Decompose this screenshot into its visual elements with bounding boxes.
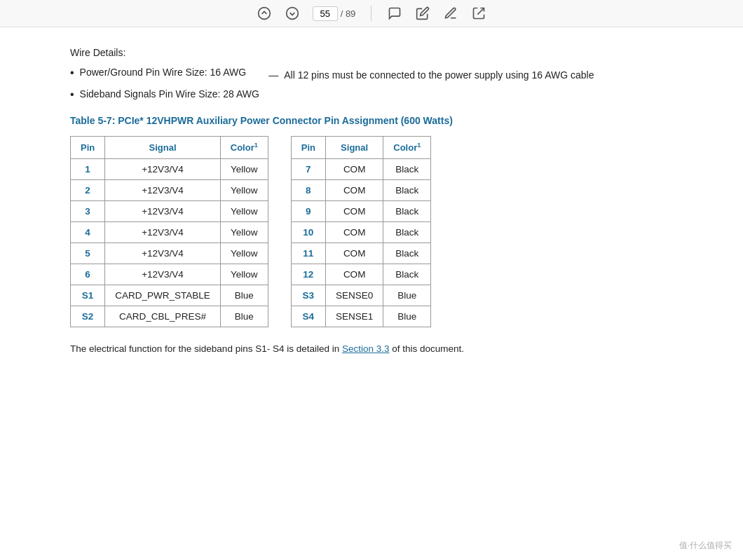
table-row: S4 SENSE1 Blue [291,306,430,327]
main-content: Wire Details: Power/Ground Pin Wire Size… [0,27,743,376]
signal-cell: COM [325,221,383,243]
section-33-link[interactable]: Section 3.3 [342,343,390,354]
bullet-list: Power/Ground Pin Wire Size: 16 AWG All 1… [70,65,687,102]
color-cell: Yellow [220,221,268,243]
table-row: 9 COM Black [291,200,430,221]
sub-item-1-text: All 12 pins must be connected to the pow… [284,68,594,83]
left-col-pin-header: Pin [71,137,105,158]
table-row: S2 CARD_CBL_PRES# Blue [71,306,268,327]
signal-cell: +12V3/V4 [105,221,221,243]
wire-details-title: Wire Details: [70,47,687,58]
signal-cell: +12V3/V4 [105,179,221,200]
color-cell: Black [383,158,431,179]
footer-text: The electrical function for the sideband… [70,341,575,357]
signal-cell: +12V3/V4 [105,200,221,221]
table-row: 10 COM Black [291,221,430,243]
signal-cell: +12V3/V4 [105,158,221,179]
table-row: 8 COM Black [291,179,430,200]
table-row: S3 SENSE0 Blue [291,285,430,306]
pin-cell: 11 [291,243,325,264]
table-row: 1 +12V3/V4 Yellow [71,158,268,179]
svg-point-0 [258,8,270,20]
toolbar: / 89 [0,0,743,27]
color-cell: Black [383,221,431,243]
signal-cell: SENSE0 [325,285,383,306]
color-cell: Blue [220,306,268,327]
signal-cell: COM [325,264,383,285]
table-title: Table 5-7: PCIe* 12VHPWR Auxiliary Power… [70,115,687,126]
left-table-header-row: Pin Signal Color1 [71,137,268,158]
bullet-item-2-text: Sideband Signals Pin Wire Size: 28 AWG [80,87,259,102]
pin-cell: S2 [71,306,105,327]
right-col-pin-header: Pin [291,137,325,158]
signal-cell: +12V3/V4 [105,264,221,285]
left-table: Pin Signal Color1 1 +12V3/V4 Yellow 2 +1… [70,136,268,327]
pin-cell: 12 [291,264,325,285]
svg-point-1 [286,8,298,20]
left-col-color-header: Color1 [220,137,268,158]
color-cell: Black [383,179,431,200]
pin-cell: 6 [71,264,105,285]
color-cell: Blue [220,285,268,306]
pin-cell: 9 [291,200,325,221]
draw-icon[interactable] [443,6,458,21]
footer-text-after: of this document. [390,343,465,354]
pin-cell: 10 [291,221,325,243]
pin-cell: 3 [71,200,105,221]
right-table-header-row: Pin Signal Color1 [291,137,430,158]
signal-cell: +12V3/V4 [105,243,221,264]
footer-text-before: The electrical function for the sideband… [70,343,342,354]
navigate-down-button[interactable] [285,6,300,21]
signal-cell: CARD_CBL_PRES# [105,306,221,327]
pin-cell: S4 [291,306,325,327]
pin-cell: 8 [291,179,325,200]
toolbar-divider [371,6,372,21]
bullet-item-1: Power/Ground Pin Wire Size: 16 AWG All 1… [70,65,687,83]
table-row: 2 +12V3/V4 Yellow [71,179,268,200]
signal-cell: CARD_PWR_STABLE [105,285,221,306]
left-col-signal-header: Signal [105,137,221,158]
signal-cell: COM [325,200,383,221]
table-row: 3 +12V3/V4 Yellow [71,200,268,221]
color-cell: Yellow [220,243,268,264]
color-cell: Yellow [220,158,268,179]
color-cell: Black [383,243,431,264]
tables-wrapper: Pin Signal Color1 1 +12V3/V4 Yellow 2 +1… [70,136,687,327]
color-cell: Black [383,264,431,285]
pin-cell: 4 [71,221,105,243]
share-icon[interactable] [471,6,486,21]
signal-cell: SENSE1 [325,306,383,327]
table-row: 7 COM Black [291,158,430,179]
navigate-up-button[interactable] [257,6,272,21]
pin-cell: 2 [71,179,105,200]
page-separator: / 89 [341,8,356,19]
bullet-item-2: Sideband Signals Pin Wire Size: 28 AWG [70,87,687,102]
right-col-color-header: Color1 [383,137,431,158]
signal-cell: COM [325,243,383,264]
page-indicator: / 89 [313,6,356,21]
color-cell: Yellow [220,179,268,200]
pin-cell: 5 [71,243,105,264]
color-cell: Black [383,200,431,221]
comment-icon[interactable] [387,6,402,21]
page-number-input[interactable] [313,6,338,21]
pin-cell: S1 [71,285,105,306]
signal-cell: COM [325,158,383,179]
right-table: Pin Signal Color1 7 COM Black 8 COM Blac… [291,136,431,327]
signal-cell: COM [325,179,383,200]
color-cell: Blue [383,306,431,327]
pin-cell: 1 [71,158,105,179]
table-row: S1 CARD_PWR_STABLE Blue [71,285,268,306]
bullet-item-1-text: Power/Ground Pin Wire Size: 16 AWG [80,65,247,80]
table-row: 5 +12V3/V4 Yellow [71,243,268,264]
edit-icon[interactable] [415,6,430,21]
color-cell: Yellow [220,264,268,285]
table-row: 4 +12V3/V4 Yellow [71,221,268,243]
table-row: 11 COM Black [291,243,430,264]
color-cell: Yellow [220,200,268,221]
table-row: 12 COM Black [291,264,430,285]
pin-cell: 7 [291,158,325,179]
color-cell: Blue [383,285,431,306]
sub-item-1: All 12 pins must be connected to the pow… [268,68,594,83]
table-row: 6 +12V3/V4 Yellow [71,264,268,285]
